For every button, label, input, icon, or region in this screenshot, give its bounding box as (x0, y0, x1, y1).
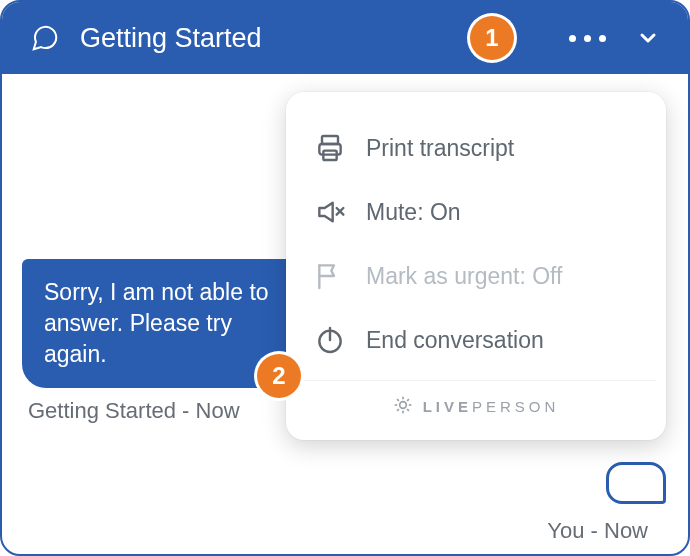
gear-icon (393, 395, 413, 418)
brand-label: LIVEPERSON (423, 398, 560, 415)
power-icon (314, 324, 346, 356)
callout-1-label: 1 (485, 24, 498, 52)
bot-message-text: Sorry, I am not able to answer. Please t… (44, 279, 269, 367)
chat-icon (30, 23, 60, 53)
brand-bold: LIVE (423, 398, 472, 415)
popover-footer: LIVEPERSON (296, 380, 656, 430)
svg-line-15 (407, 399, 409, 401)
svg-line-13 (407, 409, 409, 411)
menu-print-transcript[interactable]: Print transcript (296, 116, 656, 180)
menu-mute-toggle[interactable]: Mute: On (296, 180, 656, 244)
menu-urgent-label: Mark as urgent: Off (366, 263, 562, 290)
menu-end-conversation[interactable]: End conversation (296, 308, 656, 372)
speaker-mute-icon (314, 196, 346, 228)
flag-icon (314, 260, 346, 292)
svg-line-14 (397, 409, 399, 411)
menu-print-label: Print transcript (366, 135, 514, 162)
callout-badge-1: 1 (470, 16, 514, 60)
minimize-chevron[interactable] (636, 26, 660, 50)
callout-badge-2: 2 (257, 354, 301, 398)
menu-mark-urgent: Mark as urgent: Off (296, 244, 656, 308)
header-actions (563, 26, 660, 50)
svg-point-7 (399, 402, 406, 409)
more-menu-button[interactable] (563, 29, 612, 48)
menu-end-label: End conversation (366, 327, 544, 354)
chat-header: Getting Started (2, 2, 688, 74)
user-message-bubble (606, 462, 666, 504)
chat-widget: Getting Started Sorry, I am not able to … (0, 0, 690, 556)
menu-mute-label: Mute: On (366, 199, 461, 226)
svg-line-12 (397, 399, 399, 401)
printer-icon (314, 132, 346, 164)
options-popover: Print transcript Mute: On Mark as urgent… (286, 92, 666, 440)
user-message-meta: You - Now (547, 518, 648, 544)
callout-2-label: 2 (272, 362, 285, 390)
brand-light: PERSON (472, 398, 559, 415)
